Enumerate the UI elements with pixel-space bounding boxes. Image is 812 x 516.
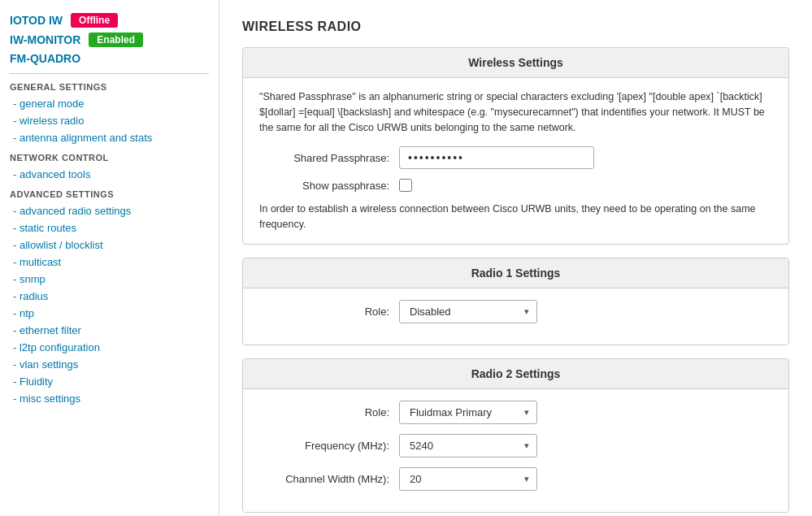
- brand-link-fmquadro[interactable]: FM-QUADRO: [10, 52, 80, 65]
- radio2-role-select[interactable]: Disabled Fluidmax Primary Fluidmax Secon…: [399, 401, 537, 424]
- brand-list: IOTOD IW Offline IW-MONITOR Enabled FM-Q…: [10, 13, 209, 65]
- sidebar-item-general-mode[interactable]: - general mode: [10, 95, 209, 112]
- radio2-freq-wrapper: 5180 5200 5220 5240 5260 5280 5300 5320 …: [399, 434, 537, 457]
- frequency-note: In order to establish a wireless connect…: [259, 202, 772, 232]
- radio2-role-row: Role: Disabled Fluidmax Primary Fluidmax…: [259, 401, 772, 424]
- radio2-header: Radio 2 Settings: [243, 359, 788, 389]
- sidebar-item-multicast[interactable]: - multicast: [10, 254, 209, 271]
- radio2-freq-select[interactable]: 5180 5200 5220 5240 5260 5280 5300 5320: [399, 434, 537, 457]
- sidebar-item-wireless-radio[interactable]: - wireless radio: [10, 112, 209, 129]
- sidebar-item-vlan[interactable]: - vlan settings: [10, 356, 209, 373]
- radio2-freq-label: Frequency (MHz):: [259, 440, 389, 452]
- brand-link-iwmonitor[interactable]: IW-MONITOR: [10, 33, 80, 46]
- page-title: WIRELESS RADIO: [242, 20, 789, 34]
- wireless-settings-header: Wireless Settings: [243, 48, 788, 78]
- brand-item-iwmonitor: IW-MONITOR Enabled: [10, 33, 209, 47]
- sidebar-item-fluidity[interactable]: - Fluidity: [10, 373, 209, 390]
- section-label-network: NETWORK CONTROL: [10, 153, 209, 163]
- radio2-channel-row: Channel Width (MHz): 20 40 80 ▾: [259, 467, 772, 491]
- radio2-channel-wrapper: 20 40 80 ▾: [399, 467, 537, 491]
- section-network: NETWORK CONTROL - advanced tools: [10, 153, 209, 183]
- passphrase-note: "Shared Passphrase" is an alphanumeric s…: [259, 89, 772, 135]
- radio1-role-label: Role:: [259, 306, 389, 318]
- wireless-settings-card: Wireless Settings "Shared Passphrase" is…: [242, 47, 789, 245]
- show-passphrase-label: Show passphrase:: [259, 180, 389, 192]
- sidebar-item-l2tp[interactable]: - l2tp configuration: [10, 339, 209, 356]
- passphrase-label: Shared Passphrase:: [259, 152, 389, 164]
- radio2-channel-select[interactable]: 20 40 80: [399, 467, 537, 491]
- section-advanced: ADVANCED SETTINGS - advanced radio setti…: [10, 189, 209, 407]
- sidebar-item-ethernet-filter[interactable]: - ethernet filter: [10, 322, 209, 339]
- radio2-role-wrapper: Disabled Fluidmax Primary Fluidmax Secon…: [399, 401, 537, 424]
- radio2-role-label: Role:: [259, 406, 389, 418]
- sidebar: IOTOD IW Offline IW-MONITOR Enabled FM-Q…: [0, 0, 219, 516]
- sidebar-item-advanced-tools[interactable]: - advanced tools: [10, 166, 209, 183]
- radio2-freq-row: Frequency (MHz): 5180 5200 5220 5240 526…: [259, 434, 772, 457]
- passphrase-row: Shared Passphrase:: [259, 146, 772, 169]
- sidebar-item-snmp[interactable]: - snmp: [10, 271, 209, 288]
- sidebar-item-static-routes[interactable]: - static routes: [10, 219, 209, 236]
- badge-offline: Offline: [71, 13, 118, 28]
- badge-enabled: Enabled: [89, 33, 143, 47]
- radio1-body: Role: Disabled Fluidmax Primary Fluidmax…: [243, 288, 788, 345]
- radio1-role-row: Role: Disabled Fluidmax Primary Fluidmax…: [259, 300, 772, 323]
- sidebar-item-antenna[interactable]: - antenna alignment and stats: [10, 129, 209, 146]
- show-passphrase-checkbox[interactable]: [399, 179, 412, 192]
- radio2-card: Radio 2 Settings Role: Disabled Fluidmax…: [242, 358, 789, 513]
- brand-item-iotod: IOTOD IW Offline: [10, 13, 209, 28]
- sidebar-item-allowlist[interactable]: - allowlist / blocklist: [10, 236, 209, 254]
- main-content: WIRELESS RADIO Wireless Settings "Shared…: [219, 0, 812, 516]
- radio2-channel-label: Channel Width (MHz):: [259, 473, 389, 485]
- passphrase-input[interactable]: [399, 146, 594, 169]
- sidebar-item-radius[interactable]: - radius: [10, 288, 209, 305]
- section-general: GENERAL SETTINGS - general mode - wirele…: [10, 82, 209, 146]
- sidebar-item-misc[interactable]: - misc settings: [10, 390, 209, 407]
- section-label-advanced: ADVANCED SETTINGS: [10, 189, 209, 199]
- sidebar-item-ntp[interactable]: - ntp: [10, 305, 209, 322]
- radio1-role-wrapper: Disabled Fluidmax Primary Fluidmax Secon…: [399, 300, 537, 323]
- radio1-card: Radio 1 Settings Role: Disabled Fluidmax…: [242, 258, 789, 345]
- brand-link-iotod[interactable]: IOTOD IW: [10, 14, 63, 27]
- wireless-settings-body: "Shared Passphrase" is an alphanumeric s…: [243, 78, 788, 244]
- radio2-body: Role: Disabled Fluidmax Primary Fluidmax…: [243, 389, 788, 512]
- radio1-role-select[interactable]: Disabled Fluidmax Primary Fluidmax Secon…: [399, 300, 537, 323]
- sidebar-divider-1: [10, 73, 209, 74]
- sidebar-item-advanced-radio[interactable]: - advanced radio settings: [10, 202, 209, 219]
- radio1-header: Radio 1 Settings: [243, 258, 788, 288]
- brand-item-fmquadro: FM-QUADRO: [10, 52, 209, 65]
- show-passphrase-row: Show passphrase:: [259, 179, 772, 192]
- section-label-general: GENERAL SETTINGS: [10, 82, 209, 92]
